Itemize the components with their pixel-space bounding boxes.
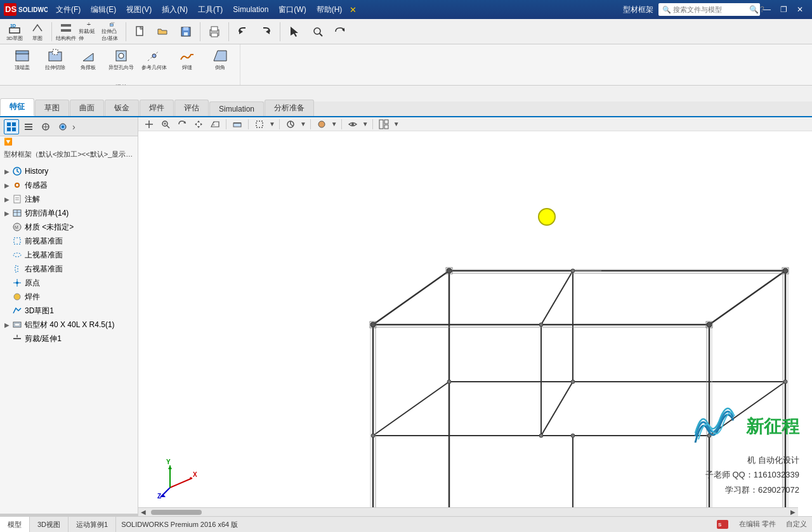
h-scrollbar[interactable]: ◀ ▶ (138, 507, 798, 516)
tree-item-weld[interactable]: 焊件 (0, 290, 138, 304)
menu-window[interactable]: 窗口(W) (273, 0, 311, 19)
print-button[interactable] (204, 21, 225, 42)
tab-model[interactable]: 模型 (0, 517, 30, 532)
tree-item-sensors[interactable]: ▶ 传感器 (0, 178, 138, 192)
rotate-view-button[interactable] (329, 21, 351, 42)
status-zoom: 自定义 (786, 519, 807, 529)
menu-view[interactable]: 视图(V) (121, 0, 157, 19)
menu-simulation[interactable]: Simulation (228, 0, 273, 19)
tree-item-trim[interactable]: 剪裁/延伸1 (0, 332, 138, 346)
view-viewport-icon[interactable] (377, 118, 391, 131)
3d-sketch-button[interactable]: 3D 3D草图 (4, 21, 25, 42)
feature-tree-icon[interactable] (4, 119, 19, 134)
tree-item-right-plane[interactable]: 右视基准面 (0, 262, 138, 276)
svg-point-155 (539, 323, 543, 327)
front-plane-label: 前视基准面 (25, 236, 63, 247)
hole-wizard-button[interactable]: 异型孔向导 (105, 48, 137, 72)
sensors-label: 传感器 (25, 180, 48, 191)
main-viewport[interactable]: ▼ ▼ ▼ ▼ ▼ (138, 117, 812, 516)
struct-member-button[interactable]: 结构构件 (55, 21, 77, 42)
tree-item-cutlist[interactable]: ▶ 切割清单(14) (0, 206, 138, 220)
svg-marker-17 (239, 29, 243, 34)
view-appearance-icon[interactable] (315, 118, 329, 131)
view-pan-icon[interactable] (192, 118, 206, 131)
view-display-style-icon[interactable] (252, 118, 266, 131)
pin-icon[interactable]: ✕ (350, 5, 357, 15)
search-input[interactable] (673, 6, 749, 13)
minimize-button[interactable]: — (760, 3, 774, 16)
restore-button[interactable]: ❐ (776, 3, 790, 16)
view-appearance-dropdown[interactable]: ▼ (331, 120, 337, 127)
scrollbar-thumb[interactable] (151, 510, 202, 515)
tree-item-front-plane[interactable]: 前视基准面 (0, 234, 138, 248)
view-3d-icon[interactable] (208, 118, 222, 131)
tab-surface[interactable]: 曲面 (70, 100, 104, 116)
svg-rect-47 (14, 195, 20, 203)
select-button[interactable] (284, 21, 305, 42)
menu-help[interactable]: 帮助(H) (311, 0, 348, 19)
chamfer-button[interactable]: 倒角 (204, 48, 236, 72)
tree-item-history[interactable]: ▶ History (0, 164, 138, 178)
save-button[interactable] (175, 21, 197, 42)
menu-file[interactable]: 文件(F) (51, 0, 86, 19)
model-name-label: 型材框架 (618, 4, 658, 15)
tab-analysis[interactable]: 分析准备 (265, 100, 314, 116)
menu-tools[interactable]: 工具(T) (193, 0, 228, 19)
view-angle-icon[interactable] (284, 118, 298, 131)
view-angle-dropdown[interactable]: ▼ (300, 120, 306, 127)
tab-evaluate[interactable]: 评估 (174, 100, 209, 116)
view-hide-dropdown[interactable]: ▼ (362, 120, 369, 127)
tree-item-profile[interactable]: ▶ 铝型材 40 X 40L X R4.5(1) (0, 318, 138, 332)
expand-collapse-icon[interactable]: › (72, 119, 75, 134)
svg-rect-35 (12, 127, 16, 131)
view-zoom-area-icon[interactable] (159, 118, 173, 131)
redo-button[interactable] (255, 21, 277, 42)
tab-features[interactable]: 特征 (0, 98, 34, 116)
top-cap-button[interactable]: 顶端盖 (6, 48, 38, 72)
undo-button[interactable] (232, 21, 254, 42)
status-tabs: 模型 3D视图 运动算例1 (0, 517, 116, 532)
view-sections-icon[interactable] (230, 118, 244, 131)
tree-item-notes[interactable]: ▶ 注解 (0, 192, 138, 206)
tab-sketch[interactable]: 草图 (35, 100, 69, 116)
open-file-button[interactable] (152, 21, 174, 42)
tab-motion[interactable]: 运动算例1 (69, 517, 116, 532)
svg-line-113 (709, 271, 785, 325)
close-button[interactable]: ✕ (793, 3, 807, 16)
trim-icon (11, 333, 23, 344)
view-rotate-icon[interactable] (175, 118, 189, 131)
zoom-to-fit-button[interactable] (306, 21, 328, 42)
view-hide-show-icon[interactable] (346, 118, 360, 131)
trim-extend-button[interactable]: 剪裁/延伸 (78, 21, 100, 42)
gusset-button[interactable]: 角撑板 (72, 48, 104, 72)
tree-item-top-plane[interactable]: 上视基准面 (0, 248, 138, 262)
new-file-button[interactable] (129, 21, 151, 42)
tree-item-3dsketch[interactable]: 3D草图1 (0, 304, 138, 318)
view-dropdown-arrow[interactable]: ▼ (269, 120, 275, 127)
menu-edit[interactable]: 编辑(E) (86, 0, 121, 19)
scroll-right-arrow[interactable]: ▶ (788, 508, 798, 517)
tab-3dview[interactable]: 3D视图 (30, 517, 69, 532)
tab-sheet-metal[interactable]: 钣金 (105, 100, 139, 116)
menu-insert[interactable]: 插入(N) (157, 0, 193, 19)
view-viewport-dropdown[interactable]: ▼ (393, 120, 400, 127)
svg-rect-104 (384, 120, 388, 124)
weld-bead-button[interactable]: 焊缝 (171, 48, 203, 72)
property-manager-icon[interactable] (21, 119, 36, 134)
config-manager-icon[interactable] (38, 119, 53, 134)
search-box[interactable]: 🔍 🔍 ? (658, 3, 760, 16)
brand-watermark: 新征程 机 自动化设计 子老师 QQ：1161032339 学习群：629027… (689, 405, 799, 497)
ref-geometry-button[interactable]: 参考几何体 (138, 48, 170, 72)
extrude-base-button[interactable]: 拉伸凸台/基体 (101, 21, 122, 42)
svg-rect-32 (7, 122, 11, 126)
scroll-left-arrow[interactable]: ◀ (138, 508, 148, 517)
extrude-cut-button[interactable]: 拉伸切除 (39, 48, 71, 72)
tab-weld[interactable]: 焊件 (140, 100, 174, 116)
tree-item-material[interactable]: M 材质 <未指定> (0, 220, 138, 234)
sketch-button[interactable]: 草图 (27, 21, 48, 42)
display-manager-icon[interactable] (55, 119, 70, 134)
tab-simulation[interactable]: Simulation (209, 101, 264, 116)
tree-item-origin[interactable]: 原点 (0, 276, 138, 290)
view-zoom-in-icon[interactable] (142, 118, 156, 131)
filter-icon: 🔽 (4, 138, 13, 146)
